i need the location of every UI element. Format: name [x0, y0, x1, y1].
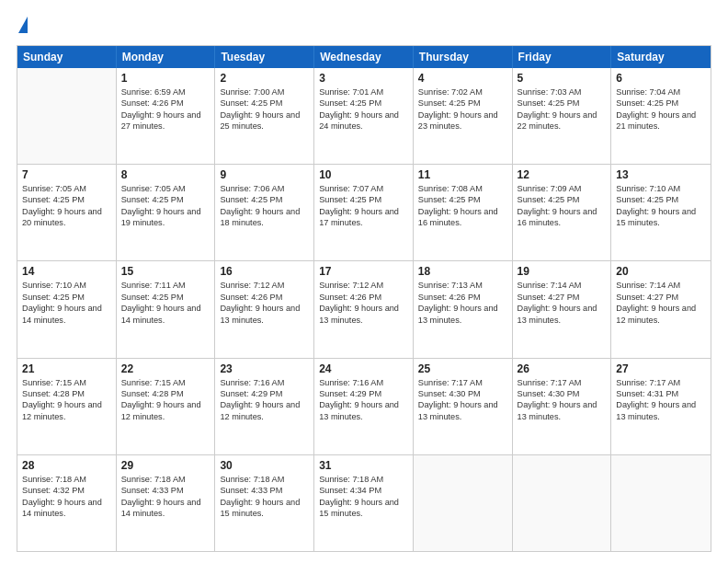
cell-info-line: Daylight: 9 hours and 13 minutes. — [616, 399, 706, 422]
day-number: 24 — [319, 362, 408, 375]
day-number: 13 — [616, 168, 706, 181]
day-number: 9 — [220, 168, 309, 181]
cell-info-line: Sunrise: 7:10 AM — [616, 183, 706, 194]
calendar-cell-r2c5: 19Sunrise: 7:14 AMSunset: 4:27 PMDayligh… — [513, 261, 612, 357]
cell-info-line: Sunrise: 7:04 AM — [616, 86, 706, 98]
calendar-cell-r1c5: 12Sunrise: 7:09 AMSunset: 4:25 PMDayligh… — [513, 165, 612, 260]
calendar-cell-r3c3: 24Sunrise: 7:16 AMSunset: 4:29 PMDayligh… — [314, 359, 414, 454]
day-number: 2 — [220, 72, 309, 85]
cell-info-line: Daylight: 9 hours and 24 minutes. — [319, 109, 408, 132]
day-number: 21 — [22, 362, 111, 375]
calendar-cell-r3c5: 26Sunrise: 7:17 AMSunset: 4:30 PMDayligh… — [513, 359, 612, 454]
cell-info-line: Sunset: 4:26 PM — [418, 292, 507, 303]
cell-info-line: Daylight: 9 hours and 14 minutes. — [22, 497, 111, 520]
cell-info-line: Sunrise: 7:01 AM — [319, 86, 408, 98]
cell-info-line: Sunrise: 7:17 AM — [518, 377, 607, 388]
cell-info-line: Sunset: 4:27 PM — [616, 292, 706, 303]
cell-info-line: Sunset: 4:25 PM — [319, 98, 408, 109]
calendar-cell-r4c1: 29Sunrise: 7:18 AMSunset: 4:33 PMDayligh… — [117, 455, 216, 551]
cell-info-line: Daylight: 9 hours and 18 minutes. — [220, 206, 309, 229]
calendar-cell-r0c0 — [17, 68, 117, 164]
cell-info-line: Sunset: 4:25 PM — [22, 194, 111, 205]
cell-info-line: Sunrise: 7:12 AM — [319, 280, 408, 291]
day-number: 26 — [518, 362, 607, 375]
header-cell-saturday: Saturday — [611, 46, 711, 68]
calendar-cell-r3c2: 23Sunrise: 7:16 AMSunset: 4:29 PMDayligh… — [215, 359, 314, 454]
calendar-cell-r4c0: 28Sunrise: 7:18 AMSunset: 4:32 PMDayligh… — [17, 455, 117, 551]
cell-info-line: Daylight: 9 hours and 13 minutes. — [319, 303, 408, 326]
cell-info-line: Sunrise: 7:08 AM — [418, 183, 507, 194]
cell-info-line: Daylight: 9 hours and 19 minutes. — [121, 206, 210, 229]
day-number: 19 — [518, 265, 607, 278]
cell-info-line: Daylight: 9 hours and 13 minutes. — [418, 399, 507, 422]
cell-info-line: Daylight: 9 hours and 21 minutes. — [616, 109, 706, 132]
day-number: 29 — [121, 459, 210, 472]
cell-info-line: Sunset: 4:25 PM — [121, 194, 210, 205]
cell-info-line: Sunrise: 7:00 AM — [220, 86, 309, 98]
day-number: 18 — [418, 265, 507, 278]
calendar-row-4: 28Sunrise: 7:18 AMSunset: 4:32 PMDayligh… — [17, 455, 711, 551]
calendar-row-2: 14Sunrise: 7:10 AMSunset: 4:25 PMDayligh… — [17, 261, 711, 358]
day-number: 1 — [121, 72, 210, 85]
calendar-cell-r0c1: 1Sunrise: 6:59 AMSunset: 4:26 PMDaylight… — [117, 68, 216, 164]
cell-info-line: Daylight: 9 hours and 12 minutes. — [220, 399, 309, 422]
calendar-cell-r3c6: 27Sunrise: 7:17 AMSunset: 4:31 PMDayligh… — [611, 359, 711, 454]
day-number: 4 — [418, 72, 507, 85]
calendar-cell-r4c5 — [513, 455, 612, 551]
cell-info-line: Sunrise: 7:18 AM — [220, 474, 309, 485]
cell-info-line: Daylight: 9 hours and 15 minutes. — [220, 497, 309, 520]
cell-info-line: Daylight: 9 hours and 23 minutes. — [418, 109, 507, 132]
cell-info-line: Sunset: 4:25 PM — [220, 98, 309, 109]
cell-info-line: Sunset: 4:25 PM — [319, 194, 408, 205]
cell-info-line: Sunset: 4:26 PM — [319, 292, 408, 303]
cell-info-line: Sunset: 4:29 PM — [220, 388, 309, 399]
calendar-body: 1Sunrise: 6:59 AMSunset: 4:26 PMDaylight… — [17, 68, 711, 551]
calendar-cell-r0c6: 6Sunrise: 7:04 AMSunset: 4:25 PMDaylight… — [611, 68, 711, 164]
cell-info-line: Daylight: 9 hours and 16 minutes. — [518, 206, 607, 229]
calendar-cell-r4c4 — [414, 455, 513, 551]
cell-info-line: Sunrise: 7:18 AM — [319, 474, 408, 485]
calendar-cell-r1c1: 8Sunrise: 7:05 AMSunset: 4:25 PMDaylight… — [117, 165, 216, 260]
cell-info-line: Sunset: 4:25 PM — [121, 292, 210, 303]
logo — [17, 17, 28, 36]
cell-info-line: Daylight: 9 hours and 14 minutes. — [121, 303, 210, 326]
day-number: 7 — [22, 168, 111, 181]
cell-info-line: Daylight: 9 hours and 20 minutes. — [22, 206, 111, 229]
cell-info-line: Sunrise: 7:03 AM — [518, 86, 607, 98]
cell-info-line: Daylight: 9 hours and 15 minutes. — [616, 206, 706, 229]
cell-info-line: Sunrise: 7:07 AM — [319, 183, 408, 194]
calendar-cell-r3c1: 22Sunrise: 7:15 AMSunset: 4:28 PMDayligh… — [117, 359, 216, 454]
calendar-cell-r2c6: 20Sunrise: 7:14 AMSunset: 4:27 PMDayligh… — [611, 261, 711, 357]
cell-info-line: Sunset: 4:34 PM — [319, 485, 408, 496]
header-cell-wednesday: Wednesday — [314, 46, 414, 68]
day-number: 20 — [616, 265, 706, 278]
cell-info-line: Sunset: 4:29 PM — [319, 388, 408, 399]
cell-info-line: Sunrise: 7:14 AM — [518, 280, 607, 291]
cell-info-line: Sunrise: 7:16 AM — [319, 377, 408, 388]
logo-text — [17, 17, 28, 36]
cell-info-line: Sunrise: 7:06 AM — [220, 183, 309, 194]
cell-info-line: Daylight: 9 hours and 13 minutes. — [518, 399, 607, 422]
cell-info-line: Sunrise: 7:09 AM — [518, 183, 607, 194]
cell-info-line: Daylight: 9 hours and 12 minutes. — [616, 303, 706, 326]
calendar-cell-r0c2: 2Sunrise: 7:00 AMSunset: 4:25 PMDaylight… — [215, 68, 314, 164]
cell-info-line: Sunrise: 7:17 AM — [418, 377, 507, 388]
cell-info-line: Daylight: 9 hours and 13 minutes. — [418, 303, 507, 326]
calendar-cell-r3c0: 21Sunrise: 7:15 AMSunset: 4:28 PMDayligh… — [17, 359, 117, 454]
cell-info-line: Sunset: 4:25 PM — [518, 98, 607, 109]
calendar-cell-r4c6 — [611, 455, 711, 551]
day-number: 6 — [616, 72, 706, 85]
cell-info-line: Sunset: 4:27 PM — [518, 292, 607, 303]
logo-icon — [18, 17, 28, 33]
calendar-cell-r0c4: 4Sunrise: 7:02 AMSunset: 4:25 PMDaylight… — [414, 68, 513, 164]
cell-info-line: Daylight: 9 hours and 14 minutes. — [121, 497, 210, 520]
header-cell-tuesday: Tuesday — [215, 46, 314, 68]
cell-info-line: Sunset: 4:30 PM — [418, 388, 507, 399]
cell-info-line: Sunset: 4:25 PM — [616, 194, 706, 205]
day-number: 14 — [22, 265, 111, 278]
calendar-row-0: 1Sunrise: 6:59 AMSunset: 4:26 PMDaylight… — [17, 68, 711, 165]
day-number: 28 — [22, 459, 111, 472]
cell-info-line: Sunset: 4:30 PM — [518, 388, 607, 399]
cell-info-line: Sunrise: 7:12 AM — [220, 280, 309, 291]
cell-info-line: Sunset: 4:25 PM — [220, 194, 309, 205]
